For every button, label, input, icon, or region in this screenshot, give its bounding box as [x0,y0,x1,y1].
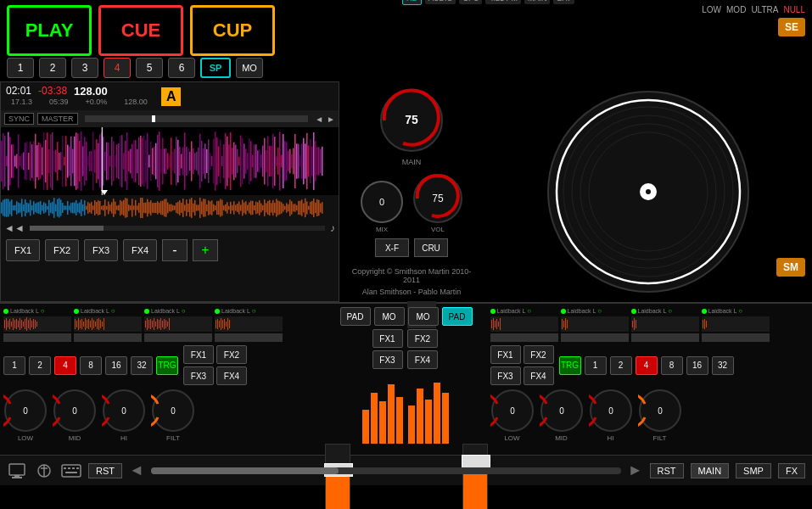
bnum-1[interactable]: 1 [3,356,25,375]
r-bnum-4[interactable]: 4 [636,356,658,375]
num-btn-3[interactable]: 3 [71,58,98,78]
bnum-2[interactable]: 2 [29,356,51,375]
filt-knob-r[interactable]: 0 [638,389,682,433]
bfx3[interactable]: FX3 [183,366,214,385]
smp-button[interactable]: SMP [736,463,771,478]
loop-fader-2[interactable] [74,333,142,342]
minus-button[interactable]: - [162,239,188,261]
usb-icon[interactable] [34,461,54,481]
loop-fader-r1[interactable] [490,333,558,342]
loop-fader-4[interactable] [215,333,283,342]
num-btn-2[interactable]: 2 [39,58,66,78]
num-btn-1[interactable]: 1 [7,58,34,78]
loop-fader-r4[interactable] [702,333,770,342]
prev-btn[interactable]: ◄◄ [4,222,25,234]
bnum-4[interactable]: 4 [54,356,76,375]
svg-rect-160 [271,146,272,176]
svg-rect-304 [188,204,189,212]
fx4-button[interactable]: FX4 [123,239,157,261]
main-bar-button[interactable]: MAIN [691,463,730,478]
loop-dot-1 [3,309,8,314]
low-knob[interactable]: 0 [3,389,48,433]
fader-track-left[interactable] [325,444,350,509]
bnum-8[interactable]: 8 [80,356,102,375]
bfx4[interactable]: FX4 [216,366,247,385]
cup-button[interactable]: CUP [190,5,275,56]
mix-knob[interactable]: 0 [360,180,404,224]
r-fx1[interactable]: FX1 [490,345,521,364]
r-fx3[interactable]: FX3 [490,366,521,385]
cru-button[interactable]: CRU [414,238,448,257]
rst-right-button[interactable]: RST [650,463,684,478]
bfx2[interactable]: FX2 [216,345,247,364]
num-btn-6[interactable]: 6 [168,58,195,78]
hi-knob[interactable]: 0 [102,389,146,433]
turntable-svg[interactable] [546,90,750,294]
r-bnum-16[interactable]: 16 [686,356,708,375]
transport-right[interactable]: ► [327,115,335,124]
loop-fader-3[interactable] [144,333,212,342]
loop-fader-r3[interactable] [631,333,699,342]
arrow-left-icon[interactable]: ◄ [129,461,144,479]
loop-dot-4 [215,309,220,314]
xf-button[interactable]: X-F [375,238,409,257]
bottom-slider[interactable] [151,467,621,474]
center-fx2[interactable]: FX2 [407,329,438,348]
r-fx4[interactable]: FX4 [524,366,554,385]
transport-left[interactable]: ◄ [315,115,323,124]
pad1-button[interactable]: PAD [340,307,371,326]
bnum-32[interactable]: 32 [131,356,153,375]
pad2-button[interactable]: PAD [442,307,473,326]
bnum-16[interactable]: 16 [105,356,127,375]
loop-fader-1[interactable] [3,333,71,342]
r-bnum-1[interactable]: 1 [585,356,607,375]
arrow-right-icon[interactable]: ► [628,461,643,479]
mo1-button[interactable]: MO [374,307,405,326]
low-knob-r[interactable]: 0 [490,389,535,433]
loop-fader-r2[interactable] [561,333,629,342]
se-button[interactable]: SE [778,18,805,36]
sp-button[interactable]: SP [200,58,231,78]
main-knob[interactable]: 75 [378,87,445,154]
master-button[interactable]: MASTER [37,113,78,125]
sync-button[interactable]: SYNC [4,113,34,125]
fader-handle-right[interactable] [462,455,490,468]
fx-bar-button[interactable]: FX [778,463,805,478]
center-fx1[interactable]: FX1 [372,329,403,348]
r-bnum-8[interactable]: 8 [661,356,683,375]
mo2-button[interactable]: MO [408,307,439,326]
fader-fill-right [463,468,487,509]
bnum-trg[interactable]: TRG [156,356,178,375]
svg-rect-357 [277,200,279,215]
center-fx4[interactable]: FX4 [407,350,438,369]
mid-knob-r[interactable]: 0 [540,389,584,433]
rst-left-button[interactable]: RST [88,463,122,478]
fader-track-right[interactable] [462,444,488,509]
vol-knob[interactable]: 75 [412,173,463,224]
bfx1[interactable]: FX1 [183,345,214,364]
cue-button[interactable]: CUE [98,5,183,56]
fx2-button[interactable]: FX2 [45,239,79,261]
sm-button[interactable]: SM [776,258,805,277]
mid-knob[interactable]: 0 [53,389,97,433]
keyboard-icon[interactable] [61,461,81,481]
screen-icon[interactable] [7,461,27,481]
r-fx2[interactable]: FX2 [524,345,554,364]
r-bnum-2[interactable]: 2 [610,356,632,375]
r-bnum-trg[interactable]: TRG [559,356,581,375]
num-btn-4[interactable]: 4 [104,58,131,78]
next-btn[interactable]: ♪ [330,222,335,234]
mix-knob-svg: 0 [360,180,404,224]
play-button[interactable]: PLAY [7,5,92,56]
mo-button[interactable]: MO [236,58,263,78]
plus-button[interactable]: + [193,239,218,261]
filt-knob[interactable]: 0 [151,389,195,433]
fx1-button[interactable]: FX1 [6,239,40,261]
r-bnum-32[interactable]: 32 [712,356,734,375]
center-fx3[interactable]: FX3 [372,350,403,369]
waveform-main[interactable]: // Will be drawn by JS below [1,127,339,195]
hi-knob-r[interactable]: 0 [589,389,633,433]
waveform-mini[interactable] [1,195,339,221]
fx3-button[interactable]: FX3 [84,239,118,261]
num-btn-5[interactable]: 5 [136,58,163,78]
